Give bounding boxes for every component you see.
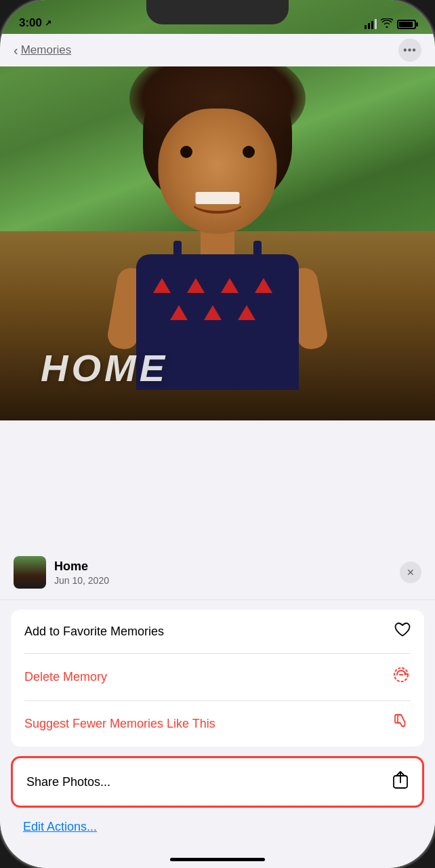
signal-bar-2: [368, 23, 370, 29]
nav-bar: ‹ Memories •••: [0, 34, 435, 66]
edit-actions-label: Edit Actions...: [23, 820, 97, 833]
home-text-overlay: HOME: [41, 346, 168, 390]
suggest-fewer-item[interactable]: Suggest Fewer Memories Like This: [11, 701, 424, 747]
menu-list: Add to Favorite Memories Delete Memory: [11, 610, 424, 747]
signal-bar-4: [375, 19, 377, 29]
location-arrow-icon: ↗: [45, 18, 51, 28]
status-time: 3:00 ↗: [19, 16, 51, 30]
add-to-favorites-item[interactable]: Add to Favorite Memories: [11, 610, 424, 653]
heart-icon: [394, 622, 411, 641]
memory-header: Home Jun 10, 2020 ✕: [0, 544, 435, 600]
add-to-favorites-label: Add to Favorite Memories: [24, 625, 164, 639]
battery-fill: [399, 22, 413, 27]
signal-bars: [365, 19, 377, 29]
phone-frame: 3:00 ↗: [0, 0, 435, 868]
more-dots-icon: •••: [403, 44, 417, 56]
delete-memory-item[interactable]: Delete Memory: [11, 653, 424, 701]
share-icon: [392, 770, 409, 793]
svg-rect-2: [399, 674, 403, 675]
delete-icon: [392, 665, 411, 688]
status-icons: [365, 18, 416, 30]
memory-text: Home Jun 10, 2020: [54, 559, 109, 586]
wifi-icon: [381, 18, 393, 30]
back-chevron-icon: ‹: [14, 43, 18, 58]
memory-date: Jun 10, 2020: [54, 575, 109, 586]
edit-actions-item[interactable]: Edit Actions...: [0, 817, 435, 841]
delete-memory-label: Delete Memory: [24, 670, 107, 684]
share-photos-item[interactable]: Share Photos...: [11, 756, 424, 808]
more-button[interactable]: •••: [398, 39, 421, 62]
back-button[interactable]: ‹ Memories: [14, 43, 71, 58]
thumbsdown-icon: [393, 713, 411, 734]
signal-bar-1: [365, 25, 367, 29]
signal-bar-3: [371, 21, 373, 29]
battery-icon: [397, 20, 416, 29]
back-label: Memories: [21, 43, 72, 57]
close-icon: ✕: [407, 567, 415, 578]
memory-title: Home: [54, 559, 109, 574]
memory-thumbnail: [14, 556, 46, 589]
time-label: 3:00: [19, 16, 42, 30]
memory-info: Home Jun 10, 2020: [14, 556, 109, 589]
close-button[interactable]: ✕: [400, 561, 421, 583]
share-photos-label: Share Photos...: [26, 775, 110, 789]
bottom-sheet: Home Jun 10, 2020 ✕ Add to Favorite Memo…: [0, 544, 435, 868]
screen: 3:00 ↗: [0, 0, 435, 868]
notch: [146, 0, 289, 24]
suggest-fewer-label: Suggest Fewer Memories Like This: [24, 717, 215, 731]
home-indicator: [170, 858, 265, 861]
